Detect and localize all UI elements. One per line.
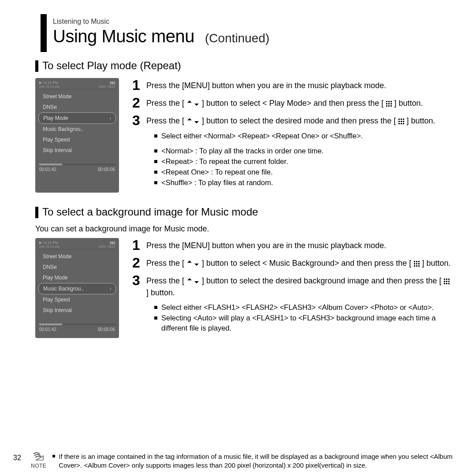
device-battery-icon: ▮▮▮ [110, 81, 115, 85]
device-track-left: 003. 3D CLUB [39, 245, 59, 248]
step-number: 2 [132, 256, 142, 270]
step-number: 3 [132, 273, 142, 287]
step-text: Press the [ ] button to select < Play Mo… [146, 96, 423, 109]
page-title: Using Music menu [53, 26, 194, 46]
step-text: Press the [MENU] button when you are in … [146, 238, 386, 252]
grid-icon [398, 118, 404, 124]
footnote-text: If there is an image contained in the ta… [52, 452, 458, 470]
device-screenshot-play-mode: ▶ 11:11 PM ▮▮▮ 003. 3D CLUB 0003 / 0028 … [35, 78, 119, 193]
device-menu-item: Skip Interval [38, 145, 116, 156]
device-menu-item: Street Mode [38, 251, 116, 262]
note-label: NOTE [31, 463, 46, 469]
device-track-right: 0003 / 0028 [99, 85, 115, 88]
device-menu-item: Music Backgrou.. [38, 124, 116, 134]
step-number: 2 [132, 96, 142, 110]
device-battery-icon: ▮▮▮ [110, 241, 115, 245]
device-menu-item: Play Mode [38, 272, 116, 283]
step-text: Press the [ ] button to select < Music B… [146, 256, 450, 269]
chevron-right-icon: › [110, 116, 111, 121]
device-time-elapsed: 00:01:42 [39, 167, 56, 172]
mode-bullet: <Shuffle> : To play files at random. [154, 178, 454, 188]
device-menu-item: Skip Interval [38, 305, 116, 316]
section-intro: You can set a background image for Music… [35, 224, 454, 234]
device-time-elapsed: 00:01:42 [39, 327, 56, 332]
device-time-total: 00:05:06 [98, 327, 115, 332]
up-down-icon [186, 118, 200, 123]
device-menu-item: Play Speed [38, 134, 116, 145]
device-menu-item: Music Backgrou..› [38, 283, 116, 294]
step-text: Press the [MENU] button when you are in … [146, 78, 386, 92]
device-menu-item: DNSe [38, 102, 116, 112]
mode-bullet: <Normal> : To play all the tracks in ord… [154, 146, 454, 156]
page-number: 32 [13, 452, 25, 462]
note-icon: NOTE [31, 452, 46, 469]
chevron-right-icon: › [110, 286, 111, 291]
up-down-icon [186, 100, 200, 106]
device-progress-bar [39, 324, 115, 325]
up-down-icon [186, 278, 200, 283]
device-track-left: 003. 3D CLUB [39, 85, 59, 88]
section-heading-bg-image: To select a background image for Music m… [35, 206, 454, 218]
title-bar [41, 14, 47, 52]
up-down-icon [186, 260, 200, 266]
section-heading-play-mode: To select Play mode (Repeat) [35, 60, 454, 72]
sub-bullet: Select either <Normal> <Repeat> <Repeat … [154, 131, 454, 141]
grid-icon [413, 260, 420, 267]
device-status-left: ▶ 11:11 PM [39, 241, 58, 245]
step-number: 1 [132, 78, 142, 92]
device-track-right: 0003 / 0028 [99, 245, 115, 248]
grid-icon [443, 278, 450, 284]
device-menu-item: Street Mode [38, 91, 116, 102]
device-status-left: ▶ 11:11 PM [39, 81, 58, 85]
sub-bullet: Selecting <Auto> will play a <FLASH1> to… [154, 313, 454, 334]
mode-bullet: <Repeat One> : To repeat one file. [154, 167, 454, 178]
grid-icon [386, 100, 392, 107]
step-number: 3 [132, 113, 142, 127]
sub-bullet: Select either <FLASH1> <FLASH2> <FLASH3>… [154, 302, 454, 313]
step-number: 1 [132, 238, 142, 252]
device-menu-item: Play Speed [38, 294, 116, 305]
step-text: Press the [ ] button to select the desir… [146, 113, 435, 127]
device-menu-item: DNSe [38, 262, 116, 272]
page-title-suffix: (Continued) [205, 31, 269, 45]
mode-bullet: <Repeat> : To repeat the current folder. [154, 156, 454, 167]
device-progress-bar [39, 164, 115, 165]
device-screenshot-bg: ▶ 11:11 PM ▮▮▮ 003. 3D CLUB 0003 / 0028 … [35, 238, 119, 338]
breadcrumb: Listening to Music [53, 18, 454, 26]
step-text: Press the [ ] button to select the desir… [146, 273, 454, 299]
device-time-total: 00:05:06 [98, 167, 115, 172]
device-menu-item: Play Mode› [38, 112, 116, 124]
